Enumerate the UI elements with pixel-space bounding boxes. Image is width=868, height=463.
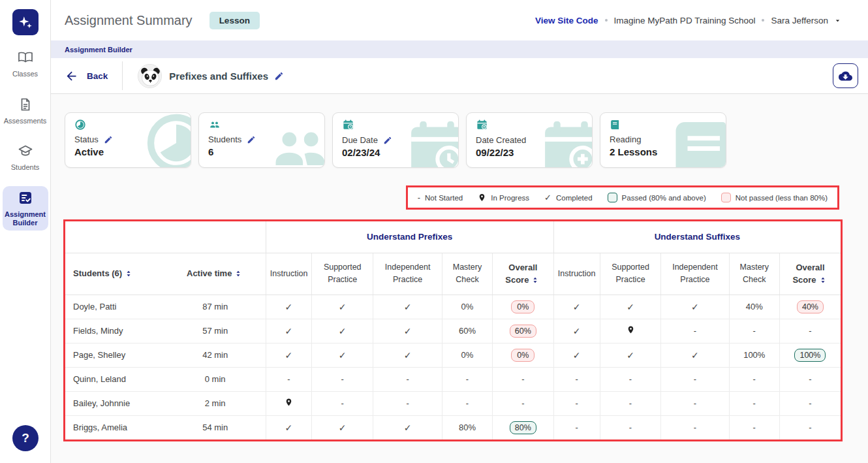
card-value: 6 (208, 146, 315, 157)
sidebar: Classes Assessments Students Assignment … (0, 0, 51, 463)
not-started-dash: - (809, 326, 811, 336)
not-started-dash: - (809, 423, 811, 432)
column-header-instruction: Instruction (266, 253, 311, 295)
download-report-button[interactable] (833, 63, 858, 88)
students-column-header[interactable]: Students (6) (65, 253, 165, 295)
progress-cell: - (553, 415, 600, 439)
student-name: Quinn, Leland (65, 367, 165, 391)
in-progress-pin-icon (478, 193, 486, 202)
header-links: View Site Code Imagine MyPath PD Trainin… (535, 16, 842, 25)
sidebar-item-label: Classes (12, 70, 38, 78)
edit-due-date-button[interactable] (383, 136, 392, 145)
progress-cell: - (600, 415, 660, 439)
progress-cell: - (779, 319, 841, 343)
not-started-dash: - (753, 374, 756, 384)
progress-cell: 40% (779, 295, 841, 319)
progress-cell: ✓ (373, 343, 442, 367)
column-header-independent-practice: Independent Practice (373, 253, 442, 295)
overall-score-badge: 60% (510, 325, 536, 338)
completed-check-icon: ✓ (404, 326, 412, 336)
back-button[interactable]: Back (65, 69, 108, 83)
sidebar-item-classes[interactable]: Classes (3, 46, 48, 82)
sort-icon[interactable] (123, 268, 134, 279)
active-time: 87 min (165, 295, 266, 319)
sort-icon[interactable] (818, 275, 828, 285)
progress-cell: - (661, 415, 729, 439)
active-time: 42 min (165, 343, 266, 367)
column-header-overall-score[interactable]: Overall Score (493, 253, 553, 295)
not-started-dash: - (341, 398, 344, 408)
progress-cell: ✓ (600, 343, 660, 367)
legend-label: In Progress (491, 194, 529, 202)
edit-status-button[interactable] (104, 135, 113, 144)
overall-score-badge: 0% (511, 300, 535, 313)
active-time-column-header[interactable]: Active time (165, 253, 266, 295)
student-progress-table: Understand Prefixes Understand Suffixes … (65, 221, 841, 439)
sort-icon[interactable] (530, 275, 540, 285)
progress-cell: - (600, 367, 660, 391)
vertical-divider (122, 61, 123, 90)
info-cards: Status Active Students 6 (63, 112, 843, 168)
sidebar-item-assessments[interactable]: Assessments (3, 93, 48, 129)
not-started-dash: - (694, 326, 696, 336)
column-header-mastery-check: Mastery Check (729, 253, 779, 295)
card-label: Due Date (342, 135, 378, 145)
overall-score-badge: 80% (510, 421, 536, 434)
pencil-icon (104, 135, 113, 144)
completed-check-icon: ✓ (691, 350, 699, 360)
progress-cell: - (373, 391, 442, 415)
not-started-dash: - (287, 374, 290, 384)
assignment-builder-icon (18, 190, 33, 208)
progress-cell: - (779, 415, 841, 439)
top-header: Assignment Summary Lesson View Site Code… (51, 0, 868, 40)
progress-cell: - (493, 367, 553, 391)
completed-check-icon: ✓ (573, 326, 581, 336)
progress-cell: - (729, 391, 779, 415)
progress-cell: ✓ (266, 415, 311, 439)
table-row: Quinn, Leland0 min---------- (65, 367, 841, 391)
sidebar-item-assignment-builder[interactable]: Assignment Builder (3, 186, 48, 231)
separator-dot (605, 19, 608, 22)
legend-passed: Passed (80% and above) (608, 193, 706, 202)
not-started-dash: - (629, 374, 632, 384)
progress-cell: - (661, 391, 729, 415)
view-site-code-link[interactable]: View Site Code (535, 16, 598, 25)
progress-cell: - (779, 391, 841, 415)
separator-dot (762, 19, 764, 22)
breadcrumb: Assignment Builder (51, 40, 868, 58)
app-logo-icon[interactable] (12, 9, 39, 35)
not-started-dash: - (629, 398, 632, 408)
student-name: Bailey, Johnnie (65, 391, 165, 415)
legend-in-progress: In Progress (478, 193, 529, 202)
status-clock-icon (74, 119, 86, 131)
column-header-mastery-check: Mastery Check (442, 253, 492, 295)
progress-cell: - (729, 415, 779, 439)
sort-icon[interactable] (233, 268, 243, 279)
completed-check-icon: ✓ (339, 350, 347, 360)
overall-score-badge: 40% (797, 300, 824, 313)
not-started-dash-icon: - (418, 193, 420, 202)
assignment-avatar (138, 64, 162, 88)
progress-cell: ✓ (661, 295, 729, 319)
column-header-overall-score[interactable]: Overall Score (779, 253, 841, 295)
not-started-dash: - (629, 423, 632, 432)
completed-check-icon: ✓ (285, 302, 293, 312)
not-started-dash: - (406, 398, 409, 408)
cloud-download-icon (839, 69, 852, 83)
not-started-dash: - (521, 374, 524, 384)
user-menu[interactable]: Sara Jefferson (771, 16, 842, 25)
help-button[interactable]: ? (12, 425, 39, 451)
edit-students-button[interactable] (247, 135, 256, 144)
progress-cell: ✓ (661, 343, 729, 367)
table-row: Fields, Mindy57 min✓✓✓60%60%✓--- (65, 319, 841, 343)
progress-cell: 0% (493, 295, 553, 319)
edit-assignment-title-button[interactable] (274, 71, 284, 81)
progress-cell: - (729, 319, 779, 343)
sidebar-item-students[interactable]: Students (3, 139, 48, 176)
not-started-dash: - (576, 398, 578, 408)
not-started-dash: - (753, 398, 756, 408)
not-started-dash: - (753, 423, 756, 432)
active-time: 2 min (165, 391, 266, 415)
progress-cell: - (312, 367, 373, 391)
sparkle-icon (17, 14, 34, 31)
